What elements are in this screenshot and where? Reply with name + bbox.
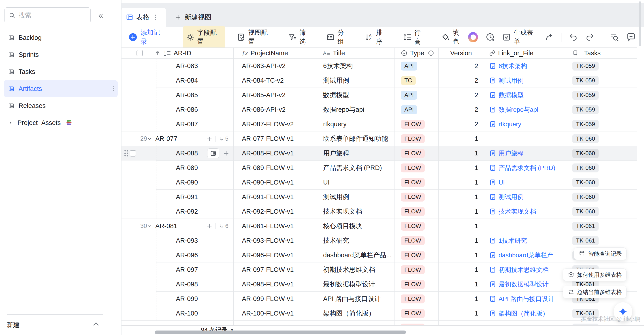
cell-link-or-file[interactable]: API 路由与接口设计 [483,291,567,306]
cell-type[interactable]: FLOW [395,306,438,321]
cell-ar-id[interactable]: 31AR-0945 [134,321,234,325]
horizontal-scrollbar[interactable] [155,330,406,334]
cell-project-name[interactable]: AR-085-API-v2 [234,88,314,102]
cell-link-or-file[interactable]: rtkquery [483,117,567,131]
select-all-checkbox[interactable] [136,50,143,56]
cell-type[interactable]: FLOW [395,262,438,277]
cell-link-or-file[interactable]: 初期技术思维文档 [483,262,567,277]
cell-project-name[interactable]: AR-081-FLOW-v1 [234,219,314,233]
chevron-down-icon[interactable] [147,223,152,229]
file-link[interactable]: 测试用例 [489,193,524,201]
cell-type[interactable]: FLOW [395,175,438,190]
cell-project-name[interactable]: AR-092-FLOW-v1 [234,204,314,219]
cell-link-or-file[interactable]: 数据模型 [483,88,567,102]
cell-tasks[interactable]: TK-061 [567,219,637,233]
table-row[interactable]: AR-092AR-092-FLOW-v1技术实现文档FLOW1技术实现文档TK-… [122,204,637,219]
cell-type[interactable]: API [395,102,438,117]
cell-title[interactable]: 产品需求文档 (PRD) [314,161,395,175]
column-header-version[interactable]: Version [438,48,483,59]
file-link[interactable]: 数据repo与api [489,106,538,114]
subrecord-count[interactable]: 5 [218,135,228,142]
cell-tasks[interactable]: TK-061 [567,233,637,248]
cell-tasks[interactable]: TK-060 [567,190,637,204]
cell-tasks[interactable]: TK-059 [567,88,637,102]
cell-version[interactable]: 1 [438,262,483,277]
file-link[interactable]: dashboard菜单栏产... [489,251,558,259]
cell-version[interactable]: 1 [438,146,483,161]
task-badge[interactable]: TK-059 [572,76,598,85]
cell-version[interactable]: 2 [438,73,483,88]
collapse-sidebar-icon[interactable] [96,12,106,20]
cell-type[interactable]: FLOW [395,248,438,262]
cell-version[interactable]: 1 [438,321,483,325]
task-badge[interactable]: TK-059 [572,105,598,114]
column-header-link-or-file[interactable]: Link_or_File [483,48,567,59]
cell-ar-id[interactable]: AR-087 [134,117,234,131]
task-badge[interactable]: TK-062 [572,323,598,325]
task-badge[interactable]: TK-059 [572,91,598,100]
cell-title[interactable]: rtkquery [314,117,395,131]
table-row[interactable]: 29AR-0775AR-077-FLOW-v1联系表单邮件通知功能FLOW1TK… [122,131,637,146]
chevron-down-icon[interactable] [147,136,152,142]
table-row[interactable]: AR-090AR-090-FLOW-v1UIFLOW1UITK-060 [122,175,637,190]
cell-type[interactable]: FLOW [395,204,438,219]
cell-title[interactable]: 最初数据模型设计 [314,277,395,291]
table-row[interactable]: AR-085AR-085-API-v2数据模型API2数据模型TK-059 [122,88,637,102]
sidebar-item-tasks[interactable]: Tasks [4,63,118,80]
search-input[interactable]: 搜索 [4,8,91,23]
table-row[interactable]: AR-097AR-097-FLOW-v1初期技术思维文档FLOW1初期技术思维文… [122,262,637,277]
table-row[interactable]: AR-096AR-096-FLOW-v1dashboard菜单栏产品...FLO… [122,248,637,262]
file-link[interactable]: 架构图（简化版） [489,309,549,318]
table-row[interactable]: AR-088AR-088-FLOW-v1用户旅程FLOW1用户旅程TK-060 [122,146,637,161]
toolbar-button-row-height[interactable]: 行高 [400,26,430,48]
file-link[interactable]: 6技术架构 [489,62,527,70]
task-badge[interactable]: TK-060 [572,207,598,216]
cell-version[interactable]: 2 [438,117,483,131]
cell-project-name[interactable]: AR-093-FLOW-v1 [234,233,314,248]
cell-project-name[interactable]: AR-088-FLOW-v1 [234,146,314,161]
cell-title[interactable]: 联系表单邮件通知功能 [314,131,395,146]
cell-title[interactable]: 测试用例 [314,190,395,204]
history-icon[interactable] [485,32,495,42]
task-badge[interactable]: TK-061 [572,236,598,245]
search-records-icon[interactable] [609,32,619,42]
cell-title[interactable]: 用户旅程 [314,146,395,161]
cell-ar-id[interactable]: AR-091 [134,190,234,204]
cell-version[interactable]: 1 [438,219,483,233]
table-row[interactable]: AR-091AR-091-FLOW-v1测试用例FLOW1测试用例TK-060 [122,190,637,204]
share-icon[interactable] [545,33,554,42]
column-header-projectname[interactable]: ƒx ProjectName [234,48,314,59]
new-table-button[interactable]: 新建 [7,321,20,330]
cell-version[interactable]: 1 [438,233,483,248]
cell-version[interactable]: 1 [438,190,483,204]
cell-version[interactable]: 1 [438,291,483,306]
generate-form-button[interactable]: 生成表单 [502,28,538,46]
add-record-button[interactable]: 添加记录 [128,28,166,46]
cell-type[interactable]: FLOW [395,146,438,161]
cell-title[interactable]: API 路由与接口设计 [314,291,395,306]
cell-link-or-file[interactable]: 数据repo与api [483,102,567,117]
file-link[interactable]: 产品需求文档 (PRD) [489,164,556,172]
file-link[interactable]: API 路由与接口设计 [489,295,554,303]
cell-version[interactable]: 1 [438,277,483,291]
cell-type[interactable]: FLOW [395,321,438,325]
tab-menu-icon[interactable] [154,14,156,21]
cell-link-or-file[interactable]: dashboard菜单栏产... [483,248,567,262]
cell-ar-id[interactable]: AR-093 [134,233,234,248]
task-badge[interactable]: TK-059 [572,62,598,71]
add-subrecord-icon[interactable] [206,136,213,142]
cell-link-or-file[interactable]: 用户旅程 [483,146,567,161]
assistant-query-records-button[interactable]: 智能查询记录 [574,247,626,260]
cell-ar-id[interactable]: AR-097 [134,262,234,277]
cell-tasks[interactable]: TK-060 [567,204,637,219]
cell-ar-id[interactable]: AR-084 [134,73,234,88]
cell-title[interactable]: 架构图（简化版） [314,306,395,321]
sidebar-item-sprints[interactable]: Sprints [4,46,118,63]
chevron-up-icon[interactable] [92,321,100,327]
cell-link-or-file[interactable]: 架构图（简化版） [483,306,567,321]
cell-type[interactable]: TC [395,73,438,88]
cell-type[interactable]: FLOW [395,233,438,248]
add-record-inline-icon[interactable] [223,150,230,157]
task-badge[interactable]: TK-059 [572,120,598,129]
cell-type[interactable]: FLOW [395,190,438,204]
